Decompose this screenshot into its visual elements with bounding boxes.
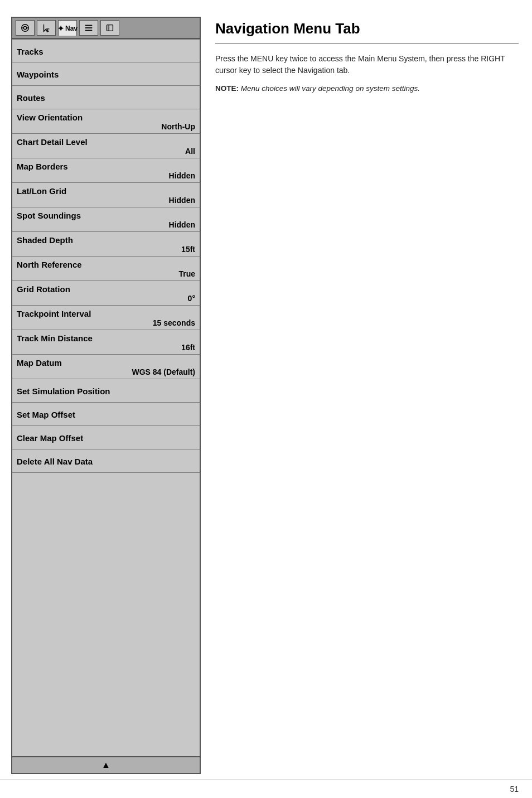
menu-item[interactable]: Grid Rotation0°	[12, 281, 200, 306]
menu-list: TracksWaypointsRoutesView OrientationNor…	[12, 39, 200, 756]
menu-item-label: Delete All Nav Data	[17, 457, 195, 466]
menu-item[interactable]: Delete All Nav Data	[12, 449, 200, 473]
device-panel: ✦ Nav TracksWaypointsRoutesView Ori	[11, 17, 201, 774]
menu-item[interactable]: Lat/Lon GridHidden	[12, 183, 200, 207]
doc-note-text: Menu choices will vary depending on syst…	[241, 84, 420, 93]
menu-item-value: All	[17, 147, 195, 156]
menu-item-value: 15ft	[17, 245, 195, 254]
tab-menu[interactable]	[79, 20, 98, 36]
menu-item-value: 15 seconds	[17, 318, 195, 327]
tab-nav[interactable]: ✦ Nav	[58, 20, 77, 36]
svg-rect-7	[107, 25, 113, 31]
doc-panel: Navigation Menu Tab Press the MENU key t…	[206, 11, 532, 780]
svg-point-1	[23, 26, 26, 29]
menu-item[interactable]: Tracks	[12, 39, 200, 62]
menu-item-value: True	[17, 269, 195, 278]
menu-item-label: Lat/Lon Grid	[17, 186, 195, 196]
menu-item[interactable]: Routes	[12, 86, 200, 109]
page-footer: 51	[0, 780, 532, 798]
tab-power[interactable]	[100, 20, 119, 36]
menu-item[interactable]: View OrientationNorth-Up	[12, 109, 200, 134]
doc-body-text: Press the MENU key twice to access the M…	[215, 53, 519, 76]
menu-item[interactable]: Set Map Offset	[12, 403, 200, 426]
tab-fish-finder[interactable]	[16, 20, 35, 36]
menu-item[interactable]: Waypoints	[12, 62, 200, 86]
menu-item-value: Hidden	[17, 196, 195, 205]
menu-item-label: Waypoints	[17, 70, 195, 79]
menu-item-value: North-Up	[17, 122, 195, 131]
menu-item-label: Grid Rotation	[17, 284, 195, 294]
doc-note-label: NOTE:	[215, 84, 239, 93]
menu-item-label: Chart Detail Level	[17, 137, 195, 147]
menu-item-label: Map Datum	[17, 358, 195, 367]
menu-item[interactable]: Track Min Distance16ft	[12, 330, 200, 355]
menu-item[interactable]: Map BordersHidden	[12, 158, 200, 183]
menu-item-label: Trackpoint Interval	[17, 309, 195, 318]
menu-item[interactable]: Trackpoint Interval15 seconds	[12, 306, 200, 330]
menu-item[interactable]: Shaded Depth15ft	[12, 232, 200, 257]
menu-item-label: Set Map Offset	[17, 410, 195, 419]
menu-item-label: View Orientation	[17, 113, 195, 122]
menu-item[interactable]: Spot SoundingsHidden	[12, 207, 200, 232]
page-number: 51	[510, 785, 519, 794]
menu-item-label: North Reference	[17, 260, 195, 269]
menu-item-label: Clear Map Offset	[17, 433, 195, 443]
menu-item[interactable]: North ReferenceTrue	[12, 257, 200, 281]
menu-item[interactable]: Clear Map Offset	[12, 426, 200, 449]
menu-item-label: Routes	[17, 93, 195, 103]
menu-item-value: WGS 84 (Default)	[17, 367, 195, 376]
menu-item-value: 16ft	[17, 343, 195, 352]
menu-item-label: Map Borders	[17, 162, 195, 171]
menu-item-label: Spot Soundings	[17, 211, 195, 220]
menu-item[interactable]: Map DatumWGS 84 (Default)	[12, 355, 200, 379]
page-title: Navigation Menu Tab	[215, 20, 519, 44]
scroll-arrow[interactable]: ▲	[12, 756, 200, 773]
doc-note: NOTE: Menu choices will vary depending o…	[215, 84, 519, 93]
tab-bar: ✦ Nav	[12, 18, 200, 39]
menu-item[interactable]: Set Simulation Position	[12, 379, 200, 403]
menu-item-label: Tracks	[17, 47, 195, 56]
menu-item-value: 0°	[17, 294, 195, 303]
menu-item-label: Track Min Distance	[17, 333, 195, 343]
menu-item-label: Shaded Depth	[17, 235, 195, 245]
menu-item[interactable]: Chart Detail LevelAll	[12, 134, 200, 158]
menu-item-value: Hidden	[17, 220, 195, 229]
menu-item-value: Hidden	[17, 171, 195, 180]
menu-item-label: Set Simulation Position	[17, 386, 195, 396]
tab-cursor[interactable]	[37, 20, 56, 36]
